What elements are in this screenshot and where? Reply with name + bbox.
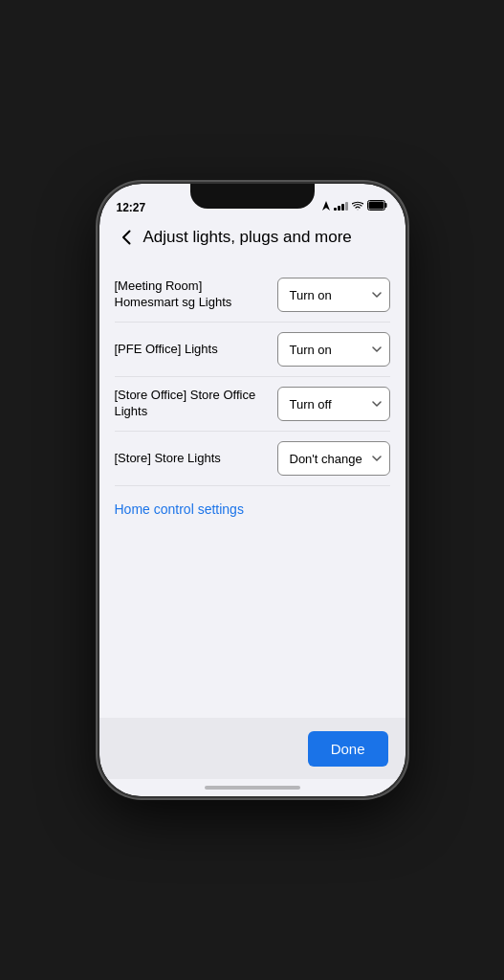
wifi-icon bbox=[352, 197, 363, 214]
location-icon bbox=[322, 201, 330, 211]
device-label: [Store] Store Lights bbox=[115, 451, 268, 467]
device-2-dropdown-value: Turn on bbox=[290, 343, 332, 357]
home-indicator bbox=[99, 779, 405, 796]
page-title: Adjust lights, plugs and more bbox=[143, 228, 352, 247]
svg-rect-1 bbox=[384, 203, 386, 208]
status-icons bbox=[322, 197, 388, 214]
footer: Done bbox=[99, 718, 405, 779]
status-time: 12:27 bbox=[117, 201, 146, 214]
device-row: [Store Office] Store Office Lights Turn … bbox=[115, 377, 390, 432]
device-row: [Store] Store Lights Don't change bbox=[115, 432, 390, 486]
device-label: [PFE Office] Lights bbox=[115, 342, 268, 358]
device-3-dropdown[interactable]: Turn off bbox=[277, 387, 390, 421]
signal-bars-icon bbox=[334, 201, 348, 211]
device-4-dropdown-value: Don't change bbox=[290, 452, 362, 466]
device-label: [Store Office] Store Office Lights bbox=[115, 388, 268, 420]
device-row: [PFE Office] Lights Turn on bbox=[115, 323, 390, 377]
svg-rect-2 bbox=[368, 202, 383, 210]
notch bbox=[190, 184, 315, 209]
device-label: [Meeting Room] Homesmart sg Lights bbox=[115, 278, 268, 311]
chevron-down-icon bbox=[372, 345, 382, 354]
battery-icon bbox=[367, 197, 388, 214]
device-3-dropdown-value: Turn off bbox=[290, 397, 332, 412]
header: Adjust lights, plugs and more bbox=[99, 218, 405, 260]
device-1-dropdown-value: Turn on bbox=[290, 288, 332, 302]
chevron-down-icon bbox=[372, 399, 382, 409]
device-1-dropdown[interactable]: Turn on bbox=[277, 278, 390, 312]
back-arrow-icon bbox=[121, 230, 131, 245]
device-2-dropdown[interactable]: Turn on bbox=[277, 332, 390, 367]
home-bar bbox=[205, 786, 300, 790]
chevron-down-icon bbox=[372, 454, 382, 463]
content-area: [Meeting Room] Homesmart sg Lights Turn … bbox=[99, 260, 405, 718]
done-button[interactable]: Done bbox=[308, 731, 388, 767]
phone-shell: 12:27 bbox=[99, 184, 405, 796]
device-4-dropdown[interactable]: Don't change bbox=[277, 441, 390, 476]
back-button[interactable] bbox=[113, 224, 140, 251]
screen: 12:27 bbox=[99, 184, 405, 796]
chevron-down-icon bbox=[372, 290, 382, 300]
device-row: [Meeting Room] Homesmart sg Lights Turn … bbox=[115, 268, 390, 323]
home-control-settings-link[interactable]: Home control settings bbox=[115, 501, 244, 517]
